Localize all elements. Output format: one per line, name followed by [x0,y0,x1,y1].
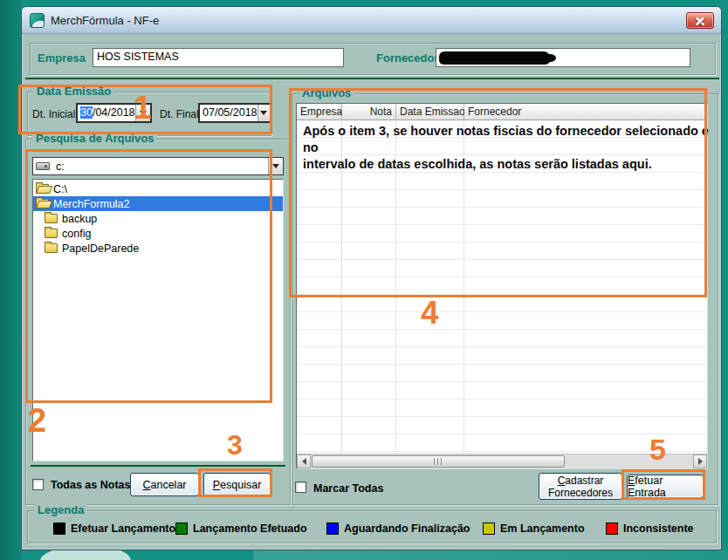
legend-item: Lançamento Efetuado [175,522,307,535]
annotation-number-4: 4 [421,297,439,329]
annotation-rect-3 [198,468,272,497]
legend-item: Em Lançamento [483,522,585,535]
arrow-left-icon [302,458,306,465]
separator [25,78,719,79]
redaction-blob [439,51,551,65]
separator [31,465,285,467]
legend-label: Lançamento Efetuado [193,522,307,535]
horizontal-scrollbar[interactable] [297,454,707,468]
marcar-todas-checkbox[interactable] [295,481,306,493]
legend-swatch-yellow [483,522,495,535]
legend-swatch-green [175,522,188,535]
todas-as-notas-checkbox[interactable] [32,479,44,490]
annotation-number-5: 5 [649,434,666,464]
annotation-number-2: 2 [28,404,46,437]
legend-swatch-red [606,522,618,535]
legend-swatch-black [53,522,65,535]
legend-label: Inconsistente [623,522,694,535]
annotation-rect-4 [289,88,707,297]
empresa-input[interactable]: HOS SISTEMAS [93,48,344,67]
fornecedor-label: Fornecedor [376,51,439,65]
marcar-todas-label: Marcar Todas [313,482,383,495]
legend-swatch-blue [326,522,339,535]
legend-label: Efetuar Lançamento [71,522,175,535]
arrow-right-icon [698,458,703,465]
cadastrar-button-line1: Cadastrar [558,475,604,487]
desktop-wallpaper-shape [253,550,728,560]
legend-label: Em Lançamento [500,522,585,535]
chevron-down-icon [272,164,279,168]
window-title: MerchFórmula - NF-e [51,14,159,27]
title-bar: MerchFórmula - NF-e [22,7,721,34]
annotation-rect-5 [622,469,705,500]
cadastrar-fornecedores-button[interactable]: Cadastrar Fornecedores [539,473,622,500]
cancel-button[interactable]: Cancelar [130,473,199,496]
app-icon [30,13,45,28]
legend-label: Aguardando Finalização [344,522,470,535]
scroll-left-button[interactable] [297,454,311,468]
todas-as-notas-label: Todas as Notas [51,479,130,491]
legend-item: Aguardando Finalização [326,522,470,535]
fornecedor-input[interactable] [436,48,690,67]
legend-item: Inconsistente [606,522,694,535]
empresa-label: Empresa [38,51,86,65]
cancel-button-label: Cancelar [142,479,186,491]
close-button[interactable] [686,12,714,29]
group-pesquisa-label: Pesquisa de Arquivos [32,133,157,145]
annotation-number-1: 1 [134,92,152,124]
scrollbar-thumb[interactable] [312,455,565,468]
thumb-grip-icon [434,458,443,465]
cadastrar-button-line2: Fornecedores [548,487,613,499]
close-icon [695,16,705,26]
scroll-right-button[interactable] [693,454,707,468]
legend-item: Efetuar Lançamento [53,522,175,535]
annotation-rect-2 [25,149,272,403]
annotation-number-3: 3 [227,431,243,459]
group-legenda-label: Legenda [34,504,87,516]
